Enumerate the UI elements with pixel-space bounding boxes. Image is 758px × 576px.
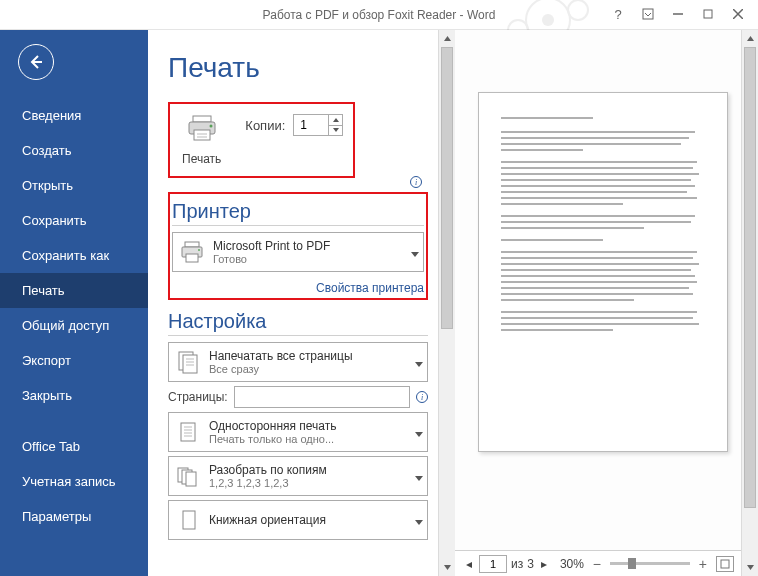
printer-section: i Принтер Microsoft Print to PDF Готово … (168, 192, 428, 300)
scroll-thumb[interactable] (744, 47, 756, 508)
info-icon[interactable]: i (410, 176, 422, 188)
svg-rect-35 (721, 560, 729, 568)
print-preview-page (478, 92, 728, 452)
window-title: Работа с PDF и обзор Foxit Reader - Word (263, 8, 496, 22)
copies-label: Копии: (245, 118, 285, 133)
sidebar-item-save[interactable]: Сохранить (0, 203, 148, 238)
svg-point-3 (542, 14, 554, 26)
sidebar-item-account[interactable]: Учетная запись (0, 464, 148, 499)
scroll-up[interactable] (439, 30, 455, 47)
svg-point-19 (198, 249, 200, 251)
backstage-sidebar: Сведения Создать Открыть Сохранить Сохра… (0, 30, 148, 576)
orientation-dropdown[interactable]: Книжная ориентация (168, 500, 428, 540)
maximize-button[interactable] (694, 4, 722, 24)
duplex-dropdown[interactable]: Односторонняя печать Печать только на од… (168, 412, 428, 452)
sidebar-item-saveas[interactable]: Сохранить как (0, 238, 148, 273)
page-title: Печать (168, 52, 428, 84)
minimize-button[interactable] (664, 4, 692, 24)
pages-label: Страницы: (168, 390, 228, 404)
chevron-down-icon (415, 423, 423, 441)
pages-input[interactable] (234, 386, 410, 408)
sidebar-item-new[interactable]: Создать (0, 133, 148, 168)
sidebar-item-info[interactable]: Сведения (0, 98, 148, 133)
next-page-button[interactable]: ▸ (538, 557, 550, 571)
printer-dropdown[interactable]: Microsoft Print to PDF Готово (172, 232, 424, 272)
zoom-thumb[interactable] (628, 558, 636, 569)
close-button[interactable] (724, 4, 752, 24)
ribbon-options-button[interactable] (634, 4, 662, 24)
svg-rect-14 (194, 130, 210, 140)
svg-point-13 (209, 125, 212, 128)
print-toolbar: Печать Копии: 1 (168, 102, 355, 178)
chevron-down-icon (415, 353, 423, 371)
zoom-level: 30% (560, 557, 584, 571)
svg-rect-6 (704, 10, 712, 18)
page-total: 3 (527, 557, 534, 571)
copies-decrease[interactable] (329, 126, 342, 136)
sidebar-item-officetab[interactable]: Office Tab (0, 429, 148, 464)
help-button[interactable]: ? (604, 4, 632, 24)
sidebar-item-options[interactable]: Параметры (0, 499, 148, 534)
scroll-down[interactable] (742, 559, 758, 576)
printer-name: Microsoft Print to PDF (213, 239, 405, 253)
chevron-down-icon (415, 511, 423, 529)
svg-rect-17 (185, 242, 199, 247)
svg-point-1 (568, 0, 588, 20)
copies-increase[interactable] (329, 115, 342, 126)
printer-properties-link[interactable]: Свойства принтера (316, 281, 424, 295)
svg-rect-20 (186, 254, 198, 262)
print-range-dropdown[interactable]: Напечатать все страницы Все сразу (168, 342, 428, 382)
page-number-input[interactable] (479, 555, 507, 573)
print-button-label: Печать (182, 152, 221, 166)
sidebar-item-share[interactable]: Общий доступ (0, 308, 148, 343)
pages-icon (175, 349, 201, 375)
sidebar-item-export[interactable]: Экспорт (0, 343, 148, 378)
svg-rect-26 (181, 423, 195, 441)
svg-rect-33 (186, 472, 196, 486)
duplex-icon (175, 419, 201, 445)
zoom-slider[interactable] (610, 562, 690, 565)
print-button[interactable]: Печать (176, 110, 227, 170)
scroll-down[interactable] (439, 559, 455, 576)
preview-scrollbar[interactable] (741, 30, 758, 576)
zoom-in-button[interactable]: + (698, 559, 708, 569)
collate-dropdown[interactable]: Разобрать по копиям 1,2,3 1,2,3 1,2,3 (168, 456, 428, 496)
printer-heading: Принтер (172, 200, 424, 223)
scroll-up[interactable] (742, 30, 758, 47)
sidebar-item-open[interactable]: Открыть (0, 168, 148, 203)
printer-icon (185, 114, 219, 146)
sidebar-item-print[interactable]: Печать (0, 273, 148, 308)
orientation-icon (175, 507, 201, 533)
collate-icon (175, 463, 201, 489)
info-icon[interactable]: i (416, 391, 428, 403)
scroll-thumb[interactable] (441, 47, 453, 329)
svg-rect-11 (193, 116, 211, 122)
settings-heading: Настройка (168, 310, 428, 333)
printer-status: Готово (213, 253, 405, 265)
fit-page-button[interactable] (716, 556, 734, 572)
chevron-down-icon (411, 243, 419, 261)
settings-scrollbar[interactable] (438, 30, 455, 576)
svg-rect-34 (183, 511, 195, 529)
sidebar-item-close[interactable]: Закрыть (0, 378, 148, 413)
page-of-label: из (511, 557, 523, 571)
preview-statusbar: ◂ из 3 ▸ 30% − + (455, 550, 741, 576)
svg-rect-22 (183, 355, 197, 373)
copies-input[interactable]: 1 (293, 114, 343, 136)
zoom-out-button[interactable]: − (592, 559, 602, 569)
prev-page-button[interactable]: ◂ (463, 557, 475, 571)
svg-rect-4 (643, 9, 653, 19)
back-button[interactable] (18, 44, 54, 80)
printer-icon (179, 239, 205, 265)
chevron-down-icon (415, 467, 423, 485)
